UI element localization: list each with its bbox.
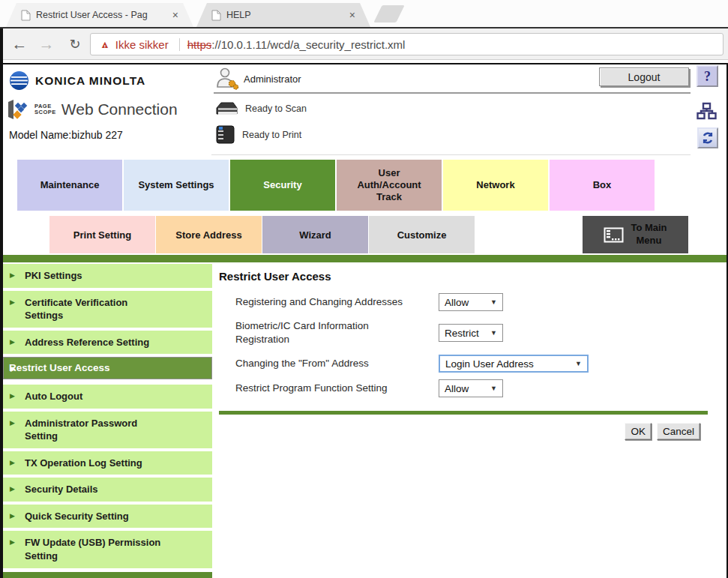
sidebar-item-auto-logout[interactable]: ▶Auto Logout [3,385,212,409]
forward-button[interactable]: → [36,34,57,55]
page-left-border [0,28,3,578]
url-text: ://10.0.1.11/wcd/a_security_restrict.xml [211,38,405,51]
tab-maintenance[interactable]: Maintenance [17,160,122,211]
cancel-button[interactable]: Cancel [657,423,700,440]
primary-tab-bar: Maintenance System Settings Security Use… [17,160,655,211]
main-menu-screen-icon [604,227,624,243]
refresh-button[interactable] [697,127,718,148]
restrict-program-function-select[interactable]: Allow ▼ [439,379,503,397]
tab-title: Restrict User Access - Pag [36,10,166,20]
field-label: Restrict Program Function Setting [219,382,439,395]
registering-and-changing-addresses-select[interactable]: Allow ▼ [439,293,503,311]
field-label: Changing the "From" Address [219,357,439,370]
to-main-menu-button[interactable]: To Main Menu [583,216,688,253]
sidebar-item-pki-settings[interactable]: ▶PKI Settings [3,264,212,288]
browser-window: Restrict User Access - Pag × HELP × ← → … [0,0,728,578]
tab-wizard[interactable]: Wizard [262,216,368,253]
omnibox-separator [179,38,180,51]
back-button[interactable]: ← [9,34,30,55]
page-title: Restrict User Access [219,270,708,283]
refresh-icon [701,131,715,145]
ok-button[interactable]: OK [625,423,652,440]
header-divider [214,92,691,94]
select-value: Allow [445,383,469,394]
tab-user-auth-account-track[interactable]: User Auth/Account Track [337,160,442,211]
warning-exclamation: ! [104,42,106,52]
sidebar-item-label: Auto Logout [25,391,82,402]
page-favicon-icon [211,10,221,21]
network-icon[interactable] [697,102,717,121]
not-secure-warning-icon[interactable]: ▲! [100,39,110,49]
pagescope-wordmark: PAGE SCOPE [34,103,56,115]
chevron-down-icon: ▼ [484,298,497,306]
triangle-bullet-icon: ▶ [10,511,15,520]
tab-close-icon[interactable]: × [172,9,178,21]
field-label: Registering and Changing Addresses [219,295,439,309]
pagescope-logo: PAGE SCOPE Web Connection [6,97,178,121]
tab-system-settings[interactable]: System Settings [124,160,229,211]
biometric-ic-card-registration-select[interactable]: Restrict ▼ [439,324,503,342]
action-buttons: OK Cancel [219,423,708,440]
address-bar[interactable]: ▲! Ikke sikker https ://10.0.1.11/wcd/a_… [90,33,724,55]
sidebar-bottom-bar [3,572,212,578]
tab-title: HELP [226,10,343,20]
sidebar-item-administrator-password-setting[interactable]: ▶Administrator Password Setting [3,412,212,448]
chevron-down-icon: ▼ [484,329,497,337]
printer-status: Ready to Print [215,124,301,145]
logged-in-user: Administrator [244,73,301,85]
scanner-status: Ready to Scan [215,100,307,117]
pagescope-word-scope: SCOPE [34,109,56,115]
triangle-bullet-icon: ▶ [10,298,15,307]
sidebar-item-security-details[interactable]: ▶Security Details [3,478,212,502]
scanner-icon [215,100,238,117]
web-page: KONICA MINOLTA PAGE SCOPE Web Connection… [3,63,728,578]
triangle-bullet-icon: ▶ [10,364,16,373]
status-divider [211,154,691,155]
chevron-down-icon: ▼ [484,385,497,392]
konica-minolta-globe-icon [9,70,29,91]
select-value: Login User Address [445,358,534,370]
changing-from-address-select[interactable]: Login User Address ▼ [439,355,589,373]
browser-tab-restrict-user-access[interactable]: Restrict User Access - Pag × [6,3,193,27]
browser-tab-help[interactable]: HELP × [196,3,370,27]
setting-row: Biometric/IC Card Information Registrati… [219,316,708,349]
konica-minolta-logo: KONICA MINOLTA [9,70,145,91]
tab-store-address[interactable]: Store Address [156,216,262,253]
tab-print-setting[interactable]: Print Setting [49,216,155,253]
product-name: Web Connection [61,100,178,118]
security-sidebar: ▶PKI Settings ▶Certificate Verification … [3,264,212,578]
sidebar-item-quick-security-setting[interactable]: ▶Quick Security Setting [3,505,212,529]
sidebar-item-label: Security Details [25,484,98,495]
tab-customize[interactable]: Customize [369,216,475,253]
sidebar-item-label: Administrator Password Setting [25,418,137,442]
sidebar-item-certificate-verification-settings[interactable]: ▶Certificate Verification Settings [3,291,212,328]
new-tab-button[interactable] [373,5,404,22]
tab-strip-divider [0,27,728,28]
triangle-bullet-icon: ▶ [10,271,15,280]
tab-security[interactable]: Security [230,160,335,211]
restrict-user-access-panel: Restrict User Access Registering and Cha… [219,270,708,440]
sidebar-item-fw-update-usb-permission-setting[interactable]: ▶FW Update (USB) Permission Setting [3,531,212,568]
tab-box[interactable]: Box [550,160,655,211]
help-button[interactable]: ? [697,65,718,87]
tab-network[interactable]: Network [443,160,548,211]
url-scheme-struck: https [187,38,212,51]
brand-name: KONICA MINOLTA [35,74,145,88]
triangle-bullet-icon: ▶ [10,418,15,427]
setting-row: Changing the "From" Address Login User A… [219,353,708,374]
secondary-tab-bar: Print Setting Store Address Wizard Custo… [49,216,475,253]
pagescope-icon [6,97,31,121]
model-name: Model Name:bizhub 227 [9,129,123,141]
to-main-menu-label: To Main Menu [631,222,667,247]
select-value: Restrict [445,328,479,339]
sidebar-item-label: FW Update (USB) Permission Setting [25,537,160,562]
reload-button[interactable]: ↻ [64,34,85,55]
page-favicon-icon [21,10,31,21]
logout-button[interactable]: Logout [599,67,689,86]
sidebar-item-tx-operation-log-setting[interactable]: ▶TX Operation Log Setting [3,451,212,475]
printer-icon [215,124,235,145]
section-divider-bar [3,255,727,262]
tab-close-icon[interactable]: × [349,9,355,21]
sidebar-item-address-reference-setting[interactable]: ▶Address Reference Setting [3,331,212,355]
sidebar-item-restrict-user-access[interactable]: ▶Restrict User Access [3,357,212,379]
